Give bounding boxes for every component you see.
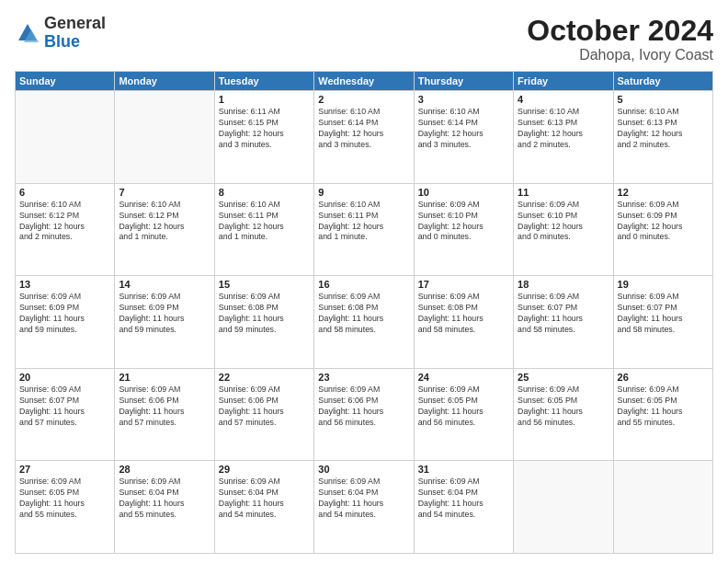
calendar-week-3: 13Sunrise: 6:09 AMSunset: 6:09 PMDayligh… [16, 276, 713, 369]
calendar-cell: 15Sunrise: 6:09 AMSunset: 6:08 PMDayligh… [214, 276, 313, 369]
logo: General Blue [15, 15, 106, 52]
calendar-cell: 30Sunrise: 6:09 AMSunset: 6:04 PMDayligh… [314, 461, 414, 554]
calendar-cell [514, 461, 613, 554]
day-info: Sunrise: 6:10 AMSunset: 6:11 PMDaylight:… [318, 200, 409, 244]
day-number: 30 [318, 464, 409, 475]
calendar-cell: 26Sunrise: 6:09 AMSunset: 6:05 PMDayligh… [613, 368, 712, 461]
day-info: Sunrise: 6:09 AMSunset: 6:04 PMDaylight:… [418, 477, 509, 521]
day-number: 11 [518, 187, 609, 198]
logo-icon [15, 20, 40, 46]
weekday-header-row: Sunday Monday Tuesday Wednesday Thursday… [16, 72, 713, 91]
day-info: Sunrise: 6:09 AMSunset: 6:09 PMDaylight:… [618, 200, 709, 244]
title-block: October 2024 Dahopa, Ivory Coast [527, 15, 713, 63]
calendar-cell: 10Sunrise: 6:09 AMSunset: 6:10 PMDayligh… [414, 183, 513, 276]
day-info: Sunrise: 6:09 AMSunset: 6:09 PMDaylight:… [19, 292, 110, 336]
day-info: Sunrise: 6:09 AMSunset: 6:05 PMDaylight:… [518, 385, 609, 429]
day-number: 3 [418, 94, 509, 105]
day-info: Sunrise: 6:11 AMSunset: 6:15 PMDaylight:… [219, 107, 310, 151]
day-number: 15 [219, 279, 310, 290]
calendar-week-4: 20Sunrise: 6:09 AMSunset: 6:07 PMDayligh… [16, 368, 713, 461]
calendar-cell: 2Sunrise: 6:10 AMSunset: 6:14 PMDaylight… [314, 91, 414, 184]
day-info: Sunrise: 6:10 AMSunset: 6:14 PMDaylight:… [318, 107, 409, 151]
header-sunday: Sunday [16, 72, 115, 91]
header-wednesday: Wednesday [314, 72, 414, 91]
day-info: Sunrise: 6:09 AMSunset: 6:07 PMDaylight:… [19, 385, 110, 429]
day-info: Sunrise: 6:10 AMSunset: 6:12 PMDaylight:… [119, 200, 210, 244]
day-number: 25 [518, 372, 609, 383]
day-number: 28 [119, 464, 210, 475]
calendar-cell: 12Sunrise: 6:09 AMSunset: 6:09 PMDayligh… [613, 183, 712, 276]
header-thursday: Thursday [414, 72, 513, 91]
day-info: Sunrise: 6:09 AMSunset: 6:08 PMDaylight:… [418, 292, 509, 336]
day-number: 31 [418, 464, 509, 475]
day-info: Sunrise: 6:09 AMSunset: 6:10 PMDaylight:… [518, 200, 609, 244]
logo-line1: General [44, 15, 106, 33]
day-info: Sunrise: 6:09 AMSunset: 6:05 PMDaylight:… [618, 385, 709, 429]
calendar-header: Sunday Monday Tuesday Wednesday Thursday… [16, 72, 713, 91]
day-number: 7 [119, 187, 210, 198]
day-info: Sunrise: 6:10 AMSunset: 6:12 PMDaylight:… [19, 200, 110, 244]
day-number: 9 [318, 187, 409, 198]
day-number: 20 [19, 372, 110, 383]
calendar-cell: 11Sunrise: 6:09 AMSunset: 6:10 PMDayligh… [514, 183, 613, 276]
header-saturday: Saturday [613, 72, 712, 91]
calendar-cell: 3Sunrise: 6:10 AMSunset: 6:14 PMDaylight… [414, 91, 513, 184]
calendar-cell: 14Sunrise: 6:09 AMSunset: 6:09 PMDayligh… [115, 276, 214, 369]
day-info: Sunrise: 6:10 AMSunset: 6:13 PMDaylight:… [618, 107, 709, 151]
day-number: 29 [219, 464, 310, 475]
day-info: Sunrise: 6:09 AMSunset: 6:06 PMDaylight:… [318, 385, 409, 429]
day-number: 14 [119, 279, 210, 290]
calendar-week-5: 27Sunrise: 6:09 AMSunset: 6:05 PMDayligh… [16, 461, 713, 554]
day-number: 13 [19, 279, 110, 290]
header: General Blue October 2024 Dahopa, Ivory … [15, 15, 713, 63]
day-number: 8 [219, 187, 310, 198]
calendar-cell: 27Sunrise: 6:09 AMSunset: 6:05 PMDayligh… [16, 461, 115, 554]
day-info: Sunrise: 6:09 AMSunset: 6:08 PMDaylight:… [318, 292, 409, 336]
day-info: Sunrise: 6:09 AMSunset: 6:04 PMDaylight:… [318, 477, 409, 521]
page: General Blue October 2024 Dahopa, Ivory … [0, 0, 728, 563]
calendar-cell: 7Sunrise: 6:10 AMSunset: 6:12 PMDaylight… [115, 183, 214, 276]
day-number: 22 [219, 372, 310, 383]
calendar-cell: 25Sunrise: 6:09 AMSunset: 6:05 PMDayligh… [514, 368, 613, 461]
calendar-week-2: 6Sunrise: 6:10 AMSunset: 6:12 PMDaylight… [16, 183, 713, 276]
day-number: 17 [418, 279, 509, 290]
calendar-table: Sunday Monday Tuesday Wednesday Thursday… [15, 71, 713, 554]
day-number: 19 [618, 279, 709, 290]
header-monday: Monday [115, 72, 214, 91]
calendar-cell: 21Sunrise: 6:09 AMSunset: 6:06 PMDayligh… [115, 368, 214, 461]
calendar-cell: 5Sunrise: 6:10 AMSunset: 6:13 PMDaylight… [613, 91, 712, 184]
day-info: Sunrise: 6:09 AMSunset: 6:04 PMDaylight:… [219, 477, 310, 521]
calendar-week-1: 1Sunrise: 6:11 AMSunset: 6:15 PMDaylight… [16, 91, 713, 184]
calendar-cell: 28Sunrise: 6:09 AMSunset: 6:04 PMDayligh… [115, 461, 214, 554]
calendar-cell: 24Sunrise: 6:09 AMSunset: 6:05 PMDayligh… [414, 368, 513, 461]
logo-text: General Blue [44, 15, 106, 52]
calendar-cell: 22Sunrise: 6:09 AMSunset: 6:06 PMDayligh… [214, 368, 313, 461]
calendar-body: 1Sunrise: 6:11 AMSunset: 6:15 PMDaylight… [16, 91, 713, 554]
calendar-cell: 4Sunrise: 6:10 AMSunset: 6:13 PMDaylight… [514, 91, 613, 184]
day-number: 1 [219, 94, 310, 105]
calendar-cell: 19Sunrise: 6:09 AMSunset: 6:07 PMDayligh… [613, 276, 712, 369]
day-info: Sunrise: 6:10 AMSunset: 6:11 PMDaylight:… [219, 200, 310, 244]
day-number: 26 [618, 372, 709, 383]
day-number: 18 [518, 279, 609, 290]
calendar-cell: 8Sunrise: 6:10 AMSunset: 6:11 PMDaylight… [214, 183, 313, 276]
day-number: 27 [19, 464, 110, 475]
calendar-cell: 20Sunrise: 6:09 AMSunset: 6:07 PMDayligh… [16, 368, 115, 461]
day-number: 10 [418, 187, 509, 198]
day-info: Sunrise: 6:09 AMSunset: 6:06 PMDaylight:… [119, 385, 210, 429]
day-number: 6 [19, 187, 110, 198]
day-info: Sunrise: 6:09 AMSunset: 6:07 PMDaylight:… [618, 292, 709, 336]
calendar-cell [613, 461, 712, 554]
logo-line2: Blue [44, 33, 106, 52]
day-info: Sunrise: 6:09 AMSunset: 6:07 PMDaylight:… [518, 292, 609, 336]
calendar-cell: 18Sunrise: 6:09 AMSunset: 6:07 PMDayligh… [514, 276, 613, 369]
day-number: 4 [518, 94, 609, 105]
day-number: 21 [119, 372, 210, 383]
header-tuesday: Tuesday [214, 72, 313, 91]
day-info: Sunrise: 6:09 AMSunset: 6:05 PMDaylight:… [418, 385, 509, 429]
calendar-cell: 17Sunrise: 6:09 AMSunset: 6:08 PMDayligh… [414, 276, 513, 369]
day-info: Sunrise: 6:10 AMSunset: 6:14 PMDaylight:… [418, 107, 509, 151]
day-info: Sunrise: 6:09 AMSunset: 6:05 PMDaylight:… [19, 477, 110, 521]
calendar-cell: 31Sunrise: 6:09 AMSunset: 6:04 PMDayligh… [414, 461, 513, 554]
calendar-cell: 16Sunrise: 6:09 AMSunset: 6:08 PMDayligh… [314, 276, 414, 369]
